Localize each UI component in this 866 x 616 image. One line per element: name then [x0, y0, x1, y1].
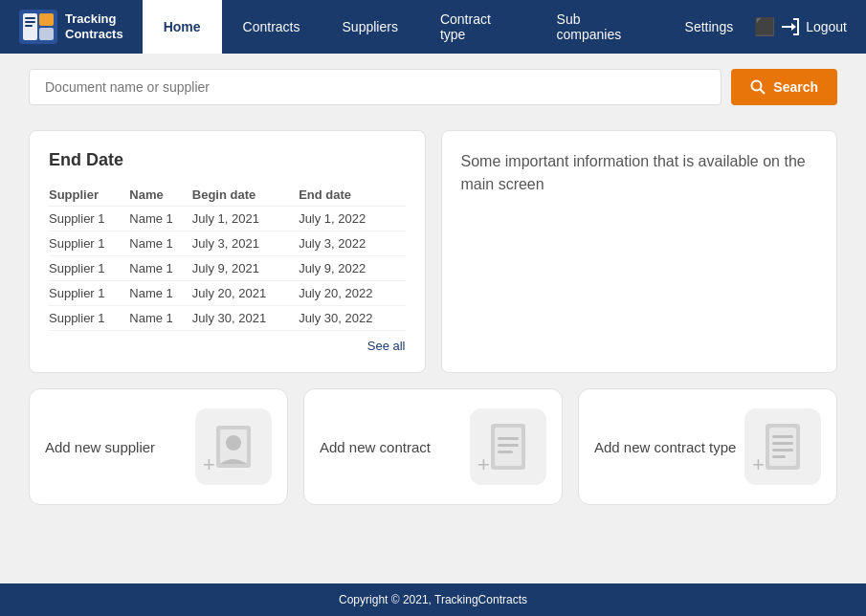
logout-button[interactable]: ⬛ Logout — [754, 16, 847, 37]
svg-rect-18 — [769, 428, 796, 466]
contract-type-icon-area: + — [744, 408, 821, 485]
tab-suppliers[interactable]: Suppliers — [322, 0, 419, 54]
add-contract-type-label: Add new contract type — [594, 439, 736, 455]
svg-rect-14 — [498, 437, 519, 440]
info-panel: Some important information that is avail… — [441, 130, 838, 373]
search-input[interactable] — [29, 69, 722, 105]
tab-home[interactable]: Home — [143, 0, 222, 54]
nav-tabs: Home Contracts Suppliers Contract type S… — [143, 0, 754, 54]
contract-type-icon-bg: + — [744, 408, 821, 485]
plus-icon-supplier: + — [203, 452, 215, 477]
action-cards: Add new supplier + Add new contract — [0, 388, 866, 524]
svg-rect-15 — [498, 444, 519, 447]
svg-point-7 — [752, 81, 762, 91]
logo-text: Tracking Contracts — [65, 11, 123, 41]
see-all-link[interactable]: See all — [49, 339, 406, 353]
logout-label: Logout — [806, 19, 847, 34]
svg-rect-4 — [25, 17, 35, 19]
logout-icon: ⬛ — [754, 16, 775, 37]
col-begin-date: Begin date — [192, 184, 299, 207]
end-date-panel: End Date Supplier Name Begin date End da… — [29, 130, 426, 373]
svg-rect-5 — [25, 21, 35, 23]
svg-rect-16 — [498, 451, 513, 453]
search-button[interactable]: Search — [731, 69, 837, 105]
footer: Copyright © 2021, TrackingContracts — [0, 583, 866, 616]
col-end-date: End date — [299, 184, 405, 207]
info-text: Some important information that is avail… — [461, 150, 818, 196]
col-name: Name — [129, 184, 192, 207]
svg-line-8 — [761, 90, 766, 95]
table-row: Supplier 1Name 1July 20, 2021July 20, 20… — [49, 281, 406, 306]
main-content: End Date Supplier Name Begin date End da… — [0, 121, 866, 388]
table-row: Supplier 1Name 1July 3, 2021July 3, 2022 — [49, 231, 406, 256]
search-button-label: Search — [773, 79, 818, 95]
add-contract-type-card[interactable]: Add new contract type + — [578, 388, 837, 505]
search-icon — [750, 79, 766, 95]
svg-rect-2 — [39, 13, 54, 26]
contract-icon-area: + — [470, 408, 546, 485]
table-row: Supplier 1Name 1July 1, 2021July 1, 2022 — [49, 207, 406, 231]
supplier-icon-area: + — [195, 408, 272, 485]
svg-rect-20 — [772, 442, 793, 445]
add-contract-card[interactable]: Add new contract + — [303, 388, 563, 505]
svg-rect-6 — [25, 25, 33, 27]
table-row: Supplier 1Name 1July 9, 2021July 9, 2022 — [49, 256, 406, 281]
tab-contract-type[interactable]: Contract type — [419, 0, 536, 54]
supplier-icon-bg: + — [195, 408, 272, 485]
footer-text: Copyright © 2021, TrackingContracts — [339, 593, 527, 606]
svg-point-11 — [226, 435, 241, 451]
end-date-title: End Date — [49, 150, 406, 170]
document-lines-icon — [762, 422, 804, 472]
person-icon — [212, 422, 255, 472]
document-icon — [487, 422, 529, 472]
header: Tracking Contracts Home Contracts Suppli… — [0, 0, 866, 54]
svg-rect-21 — [772, 449, 793, 451]
add-contract-label: Add new contract — [320, 439, 431, 455]
table-row: Supplier 1Name 1July 30, 2021July 30, 20… — [49, 306, 406, 331]
svg-rect-19 — [772, 435, 793, 438]
col-supplier: Supplier — [49, 184, 129, 207]
contract-icon-bg: + — [470, 408, 546, 485]
tab-sub-companies[interactable]: Sub companies — [536, 0, 664, 54]
add-supplier-card[interactable]: Add new supplier + — [29, 388, 288, 505]
logout-arrow-icon — [781, 17, 800, 36]
plus-icon-contract-type: + — [752, 452, 765, 477]
add-supplier-label: Add new supplier — [45, 439, 155, 455]
logo-icon — [19, 10, 57, 44]
logo: Tracking Contracts — [19, 10, 123, 44]
tab-settings[interactable]: Settings — [664, 0, 755, 54]
search-area: Search — [0, 54, 866, 121]
svg-rect-3 — [39, 28, 54, 40]
tab-contracts[interactable]: Contracts — [222, 0, 322, 54]
end-date-table: Supplier Name Begin date End date Suppli… — [49, 184, 406, 331]
svg-rect-22 — [772, 455, 786, 458]
plus-icon-contract: + — [477, 452, 490, 477]
